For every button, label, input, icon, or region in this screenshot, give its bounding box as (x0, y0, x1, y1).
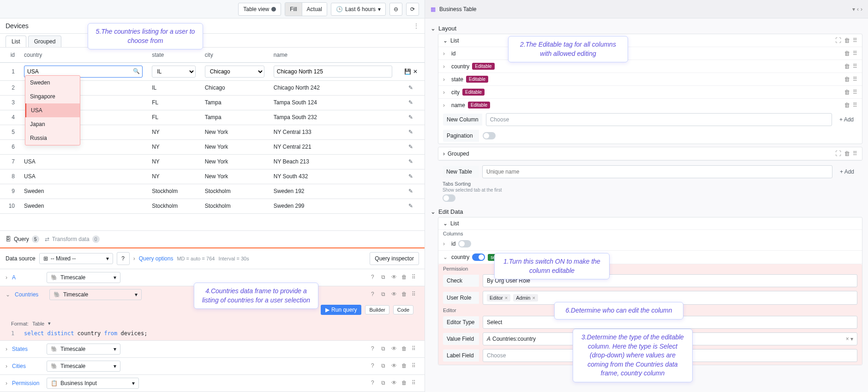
chevron-right-icon[interactable]: › (861, 6, 862, 12)
edit-row-icon[interactable]: ✎ (408, 144, 413, 150)
chevron-down-icon[interactable]: ▾ (852, 6, 855, 12)
collapse-icon[interactable]: › (443, 63, 449, 70)
col-state[interactable]: state (147, 48, 200, 62)
format-value[interactable]: Table (32, 321, 44, 326)
remove-role-icon[interactable]: × (532, 295, 535, 301)
duplicate-icon[interactable]: ⧉ (381, 362, 389, 370)
drag-icon[interactable]: ⠿ (412, 345, 419, 353)
ds-select[interactable]: ⊞ -- Mixed -- ▾ (39, 253, 113, 264)
trash-icon[interactable]: 🗑 (401, 362, 409, 370)
chevron-left-icon[interactable]: ‹ (857, 6, 859, 12)
drag-icon[interactable]: ⠿ (853, 150, 857, 157)
trash-icon[interactable]: 🗑 (844, 102, 850, 109)
trash-icon[interactable]: 🗑 (844, 76, 850, 83)
query-help-icon[interactable]: ? (371, 380, 378, 387)
code-mode[interactable]: Code (393, 305, 413, 314)
ds-help-button[interactable]: ? (117, 252, 130, 265)
country-option[interactable]: Japan (25, 117, 80, 131)
table-view-toggle[interactable]: Table view (238, 3, 281, 16)
query-a-ds[interactable]: 🐘Timescale▾ (47, 272, 120, 283)
tab-list[interactable]: List (6, 36, 26, 48)
trash-icon[interactable]: 🗑 (401, 291, 409, 298)
collapse-icon[interactable]: ⌄ (443, 220, 448, 227)
drag-icon[interactable]: ⠿ (853, 50, 857, 57)
name-input[interactable] (274, 66, 392, 78)
tabs-sorting-toggle[interactable] (443, 194, 455, 202)
query-permission-ds[interactable]: 📋Business Input▾ (47, 378, 139, 389)
eye-icon[interactable]: 👁 (391, 345, 399, 353)
remove-role-icon[interactable]: × (505, 295, 508, 301)
drag-icon[interactable]: ⠿ (853, 63, 857, 70)
collapse-icon[interactable]: › (6, 380, 7, 386)
drag-icon[interactable]: ⠿ (853, 76, 857, 83)
country-option[interactable]: Russia (25, 131, 80, 145)
eye-icon[interactable]: 👁 (391, 380, 399, 387)
duplicate-icon[interactable]: ⧉ (381, 345, 389, 353)
query-tab[interactable]: 🗄 Query 5 (6, 234, 39, 245)
sql-editor[interactable]: 1 select distinct country from devices; (0, 328, 425, 340)
collapse-icon[interactable]: › (6, 346, 7, 352)
duplicate-icon[interactable]: ⧉ (381, 380, 389, 387)
query-help-icon[interactable]: ? (371, 362, 378, 370)
query-a-name[interactable]: A (12, 274, 42, 281)
country-option[interactable]: USA (25, 103, 80, 117)
trash-icon[interactable]: 🗑 (844, 89, 850, 96)
query-states-name[interactable]: States (12, 346, 42, 352)
collapse-icon[interactable]: ⌄ (6, 291, 10, 298)
fill-button[interactable]: Fill (285, 3, 301, 16)
actual-button[interactable]: Actual (302, 3, 327, 16)
state-select[interactable]: IL (152, 66, 196, 78)
country-option[interactable]: Singapore (25, 90, 80, 103)
drag-icon[interactable]: ⠿ (412, 362, 419, 370)
eye-icon[interactable]: 👁 (391, 362, 399, 370)
drag-icon[interactable]: ⠿ (412, 380, 419, 387)
edit-row-icon[interactable]: ✎ (408, 129, 413, 135)
trash-icon[interactable]: 🗑 (844, 37, 850, 44)
query-help-icon[interactable]: ? (371, 274, 378, 281)
layout-section[interactable]: ⌄Layout (431, 23, 862, 34)
new-table-input[interactable] (482, 165, 832, 178)
trash-icon[interactable]: 🗑 (844, 150, 850, 157)
save-row-icon[interactable]: 💾 (404, 68, 411, 75)
tab-grouped[interactable]: Grouped (28, 36, 62, 47)
expand-icon[interactable]: ⛶ (835, 37, 841, 44)
edit-data-section[interactable]: ⌄Edit Data (431, 206, 862, 217)
collapse-icon[interactable]: › (443, 102, 449, 109)
duplicate-icon[interactable]: ⧉ (381, 274, 389, 281)
collapse-icon[interactable]: › (6, 363, 7, 369)
query-cities-name[interactable]: Cities (12, 363, 42, 369)
drag-icon[interactable]: ⠿ (412, 291, 419, 298)
col-city[interactable]: city (200, 48, 269, 62)
time-range-picker[interactable]: 🕒 Last 6 hours ▾ (331, 3, 386, 16)
col-id[interactable]: id (0, 48, 19, 62)
cancel-row-icon[interactable]: ✕ (413, 68, 418, 75)
collapse-icon[interactable]: › (6, 274, 7, 281)
edit-row-icon[interactable]: ✎ (408, 203, 413, 209)
collapse-icon[interactable]: › (443, 50, 449, 57)
collapse-icon[interactable]: › (443, 151, 445, 157)
expand-icon[interactable]: ⛶ (835, 150, 841, 157)
transform-tab[interactable]: ⇄ Transform data 0 (45, 234, 100, 245)
drag-icon[interactable]: ⠿ (853, 89, 857, 96)
trash-icon[interactable]: 🗑 (401, 380, 409, 387)
eye-icon[interactable]: 👁 (391, 274, 399, 281)
query-permission-name[interactable]: Permission (12, 380, 42, 386)
trash-icon[interactable]: 🗑 (844, 63, 850, 70)
query-cities-ds[interactable]: 🐘Timescale▾ (47, 361, 120, 372)
edit-row-icon[interactable]: ✎ (408, 99, 413, 106)
collapse-icon[interactable]: ⌄ (443, 37, 448, 44)
query-options-link[interactable]: Query options (139, 255, 174, 262)
collapse-icon[interactable]: › (443, 89, 449, 96)
country-editable-toggle[interactable] (472, 253, 485, 261)
clear-icon[interactable]: × ▾ (846, 336, 853, 342)
col-country[interactable]: country (19, 48, 147, 62)
add-table-button[interactable]: + Add (836, 167, 858, 177)
trash-icon[interactable]: 🗑 (401, 274, 409, 281)
collapse-icon[interactable]: › (443, 241, 449, 247)
edit-row-icon[interactable]: ✎ (408, 84, 413, 91)
edit-row-icon[interactable]: ✎ (408, 188, 413, 194)
query-states-ds[interactable]: 🐘Timescale▾ (47, 344, 120, 355)
id-editable-toggle[interactable] (458, 240, 471, 247)
col-name[interactable]: name (269, 48, 397, 62)
edit-row-icon[interactable]: ✎ (408, 158, 413, 165)
